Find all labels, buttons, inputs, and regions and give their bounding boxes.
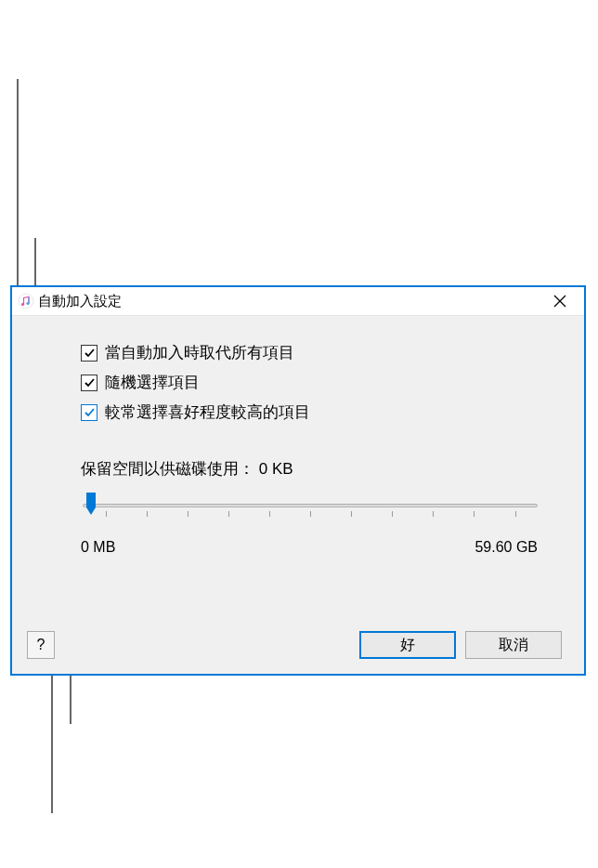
slider-range-labels: 0 MB 59.60 GB: [81, 539, 538, 556]
checkbox-label: 較常選擇喜好程度較高的項目: [105, 401, 310, 423]
close-button[interactable]: [541, 288, 578, 314]
checkbox-random[interactable]: [81, 375, 98, 391]
slider-tick: [228, 511, 229, 517]
cancel-button[interactable]: 取消: [465, 631, 562, 659]
slider-tick: [310, 511, 311, 517]
reserve-value: 0 KB: [259, 460, 293, 478]
dialog-button-row: ? 好 取消: [27, 631, 562, 659]
checkbox-label: 當自動加入時取代所有項目: [105, 342, 294, 363]
checkbox-row-replace-all: 當自動加入時取代所有項目: [81, 342, 556, 363]
slider-tick: [351, 511, 352, 517]
slider-thumb[interactable]: [84, 493, 98, 517]
svg-point-0: [19, 294, 33, 309]
slider-tick: [269, 511, 270, 517]
slider-tick: [188, 511, 188, 517]
checkbox-higher-rated[interactable]: [81, 404, 98, 421]
slider-tick: [515, 511, 516, 517]
slider-min-label: 0 MB: [81, 539, 115, 556]
slider-tick: [392, 511, 393, 517]
dialog-body: 當自動加入時取代所有項目 隨機選擇項目 較常選擇喜好程度較高的項目 保留空間以供…: [12, 316, 584, 674]
reserve-space-slider[interactable]: [83, 494, 538, 532]
slider-track: [83, 504, 538, 507]
reserve-space-section: 保留空間以供磁碟使用： 0 KB: [81, 458, 556, 556]
checkbox-replace-all[interactable]: [81, 345, 98, 362]
checkbox-row-higher-rated: 較常選擇喜好程度較高的項目: [81, 401, 556, 423]
reserve-label-prefix: 保留空間以供磁碟使用：: [81, 460, 254, 478]
svg-point-1: [21, 303, 24, 306]
checkbox-label: 隨機選擇項目: [105, 372, 200, 393]
slider-tick: [433, 511, 434, 517]
dialog-title: 自動加入設定: [38, 293, 541, 310]
ok-button[interactable]: 好: [359, 631, 456, 659]
checkbox-row-random: 隨機選擇項目: [81, 372, 556, 393]
titlebar: 自動加入設定: [12, 287, 584, 316]
autofill-settings-dialog: 自動加入設定 當自動加入時取代所有項目 隨機選擇項目 較常選擇喜好程度較: [10, 285, 586, 676]
slider-max-label: 59.60 GB: [474, 539, 538, 556]
slider-tick: [147, 511, 148, 517]
app-icon: [18, 293, 34, 309]
slider-tick: [106, 511, 107, 517]
reserve-space-label: 保留空間以供磁碟使用： 0 KB: [81, 458, 556, 480]
slider-tick: [474, 511, 474, 517]
help-button[interactable]: ?: [27, 631, 55, 659]
